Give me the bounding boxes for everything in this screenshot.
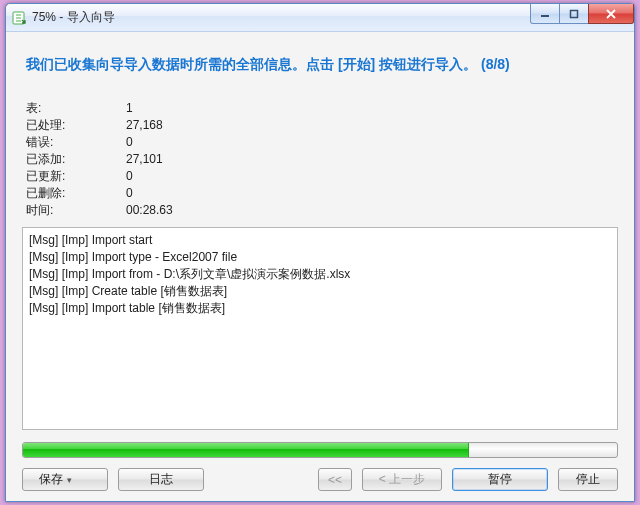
stats-value: 27,168 <box>126 117 163 134</box>
maximize-button[interactable] <box>559 4 589 24</box>
stats-value: 00:28.63 <box>126 202 173 219</box>
log-line: [Msg] [Imp] Import start <box>29 232 611 249</box>
log-button[interactable]: 日志 <box>118 468 204 491</box>
stats-value: 1 <box>126 100 133 117</box>
stats-value: 0 <box>126 134 133 151</box>
stats-key: 错误: <box>26 134 126 151</box>
prev-button[interactable]: < 上一步 <box>362 468 442 491</box>
first-button[interactable]: << <box>318 468 352 491</box>
stats-value: 27,101 <box>126 151 163 168</box>
footer: 保存 ▾ 日志 << < 上一步 暂停 停止 <box>22 468 618 491</box>
save-label: 保存 <box>39 471 63 488</box>
log-line: [Msg] [Imp] Import type - Excel2007 file <box>29 249 611 266</box>
dropdown-icon: ▾ <box>67 475 72 485</box>
log-box[interactable]: [Msg] [Imp] Import start[Msg] [Imp] Impo… <box>22 227 618 430</box>
stats-key: 已添加: <box>26 151 126 168</box>
stats-table: 表:1已处理:27,168错误:0已添加:27,101已更新:0已删除:0时间:… <box>26 100 614 219</box>
window-controls <box>531 4 634 24</box>
save-button[interactable]: 保存 ▾ <box>22 468 108 491</box>
stats-key: 已更新: <box>26 168 126 185</box>
log-line: [Msg] [Imp] Create table [销售数据表] <box>29 283 611 300</box>
minimize-button[interactable] <box>530 4 560 24</box>
progress-fill <box>23 443 469 457</box>
stats-row: 错误:0 <box>26 134 614 151</box>
stats-row: 已删除:0 <box>26 185 614 202</box>
stats-row: 已添加:27,101 <box>26 151 614 168</box>
stats-row: 表:1 <box>26 100 614 117</box>
stats-value: 0 <box>126 168 133 185</box>
stats-row: 时间:00:28.63 <box>26 202 614 219</box>
log-line: [Msg] [Imp] Import from - D:\系列文章\虚拟演示案例… <box>29 266 611 283</box>
progress-bar <box>22 442 618 458</box>
headline: 我们已收集向导导入数据时所需的全部信息。点击 [开始] 按钮进行导入。 (8/8… <box>26 56 614 74</box>
stats-key: 已删除: <box>26 185 126 202</box>
close-button[interactable] <box>588 4 634 24</box>
progress-wrap <box>22 442 618 458</box>
app-icon <box>12 10 28 26</box>
stats-value: 0 <box>126 185 133 202</box>
svg-rect-2 <box>571 10 578 17</box>
stats-key: 已处理: <box>26 117 126 134</box>
pause-button[interactable]: 暂停 <box>452 468 548 491</box>
stats-key: 表: <box>26 100 126 117</box>
titlebar[interactable]: 75% - 导入向导 <box>6 4 634 32</box>
content-area: 我们已收集向导导入数据时所需的全部信息。点击 [开始] 按钮进行导入。 (8/8… <box>6 32 634 501</box>
stats-row: 已处理:27,168 <box>26 117 614 134</box>
stats-key: 时间: <box>26 202 126 219</box>
stats-row: 已更新:0 <box>26 168 614 185</box>
log-line: [Msg] [Imp] Import table [销售数据表] <box>29 300 611 317</box>
dialog-window: 75% - 导入向导 我们已收集向导导入数据时所需的全部信息。点击 [开始] 按… <box>5 3 635 502</box>
stop-button[interactable]: 停止 <box>558 468 618 491</box>
window-title: 75% - 导入向导 <box>32 9 115 26</box>
